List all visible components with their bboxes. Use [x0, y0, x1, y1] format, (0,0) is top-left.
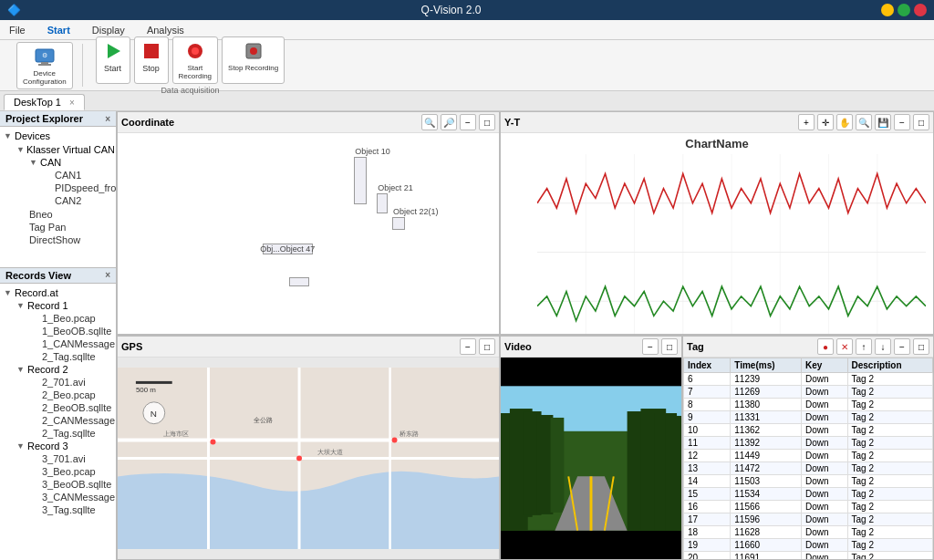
- table-row[interactable]: 20 11691 Down Tag 2: [684, 552, 933, 560]
- tree-r3-file2[interactable]: 3_Beo.pcap: [40, 465, 114, 478]
- tree-klasser-label[interactable]: ▼ Klasser Virtual CAN Driver: [15, 143, 114, 156]
- tree-can1[interactable]: CAN1: [53, 169, 114, 181]
- tag-remove[interactable]: ✕: [836, 338, 853, 355]
- coord-obj-small[interactable]: [289, 277, 309, 286]
- table-row[interactable]: 15 11534 Down Tag 2: [684, 488, 933, 501]
- obj10-label: Object 10: [355, 147, 390, 156]
- coord-obj10[interactable]: Object 10: [354, 157, 367, 204]
- yt-cursor[interactable]: ✛: [817, 114, 834, 130]
- yt-max[interactable]: □: [913, 114, 929, 130]
- tree-bneo[interactable]: Bneo: [27, 208, 114, 221]
- table-row[interactable]: 8 11380 Down Tag 2: [684, 399, 933, 411]
- video-min[interactable]: −: [642, 338, 659, 355]
- tree-record2[interactable]: ▼ Record 2: [15, 363, 114, 376]
- gps-content[interactable]: 上海市区 大坝大道 桥东路 全公路 500 m: [118, 358, 499, 559]
- tab-desktop1[interactable]: DeskTop 1 ×: [4, 94, 85, 110]
- coord-obj22[interactable]: Object 22(1): [392, 217, 405, 230]
- tag-content[interactable]: Index Time(ms) Key Description 6 11239 D…: [683, 358, 933, 559]
- coordinate-max[interactable]: □: [479, 114, 495, 130]
- data-acquisition-label: Data acquisition: [161, 86, 219, 95]
- table-row[interactable]: 11 11392 Down Tag 2: [684, 437, 933, 450]
- table-row[interactable]: 13 11472 Down Tag 2: [684, 462, 933, 475]
- map-container[interactable]: 上海市区 大坝大道 桥东路 全公路 500 m: [118, 358, 499, 559]
- device-config-button[interactable]: ⚙ DeviceConfiguration: [16, 42, 73, 89]
- table-row[interactable]: 19 11660 Down Tag 2: [684, 539, 933, 552]
- records-view-close[interactable]: ×: [105, 270, 110, 280]
- table-row[interactable]: 16 11566 Down Tag 2: [684, 501, 933, 513]
- menu-start[interactable]: Start: [42, 23, 76, 37]
- coordinate-min[interactable]: −: [460, 114, 476, 130]
- yt-save[interactable]: 💾: [875, 114, 891, 130]
- tree-tagpan[interactable]: Tag Pan: [27, 221, 114, 233]
- tree-r2-file3[interactable]: 2_BeoOB.sqllte: [40, 401, 114, 414]
- gps-max[interactable]: □: [479, 338, 495, 355]
- tree-can-label[interactable]: ▼ CAN: [27, 156, 114, 169]
- device-config-icon: ⚙: [34, 46, 56, 67]
- tree-record-root-label[interactable]: ▼ Record.at: [2, 286, 114, 299]
- stop-button[interactable]: Stop: [134, 36, 169, 84]
- cell-index: 14: [684, 475, 731, 488]
- tree-r1-file3[interactable]: 1_CANMessage.asc: [40, 337, 114, 350]
- gps-panel: GPS − □: [117, 336, 500, 560]
- coordinate-zoom-out[interactable]: 🔎: [441, 114, 457, 130]
- tag-max[interactable]: □: [913, 338, 929, 355]
- tree-r1-file4[interactable]: 2_Tag.sqllte: [40, 350, 114, 363]
- menu-display[interactable]: Display: [87, 23, 130, 37]
- tag-up[interactable]: ↑: [856, 338, 872, 355]
- menu-analysis[interactable]: Analysis: [141, 23, 190, 37]
- start-button[interactable]: Start: [96, 36, 130, 84]
- tree-r2-file1[interactable]: 2_701.avi: [40, 376, 114, 389]
- yt-zoom[interactable]: 🔍: [856, 114, 872, 130]
- tag-panel: Tag ● ✕ ↑ ↓ − □ Index Time(ms): [682, 336, 934, 560]
- table-row[interactable]: 10 11362 Down Tag 2: [684, 424, 933, 437]
- coordinate-zoom-in[interactable]: 🔍: [421, 114, 438, 130]
- minimize-button[interactable]: [881, 4, 894, 16]
- menu-file[interactable]: File: [4, 23, 31, 37]
- cell-description: Tag 2: [847, 539, 932, 552]
- svg-point-52: [211, 440, 216, 445]
- table-row[interactable]: 12 11449 Down Tag 2: [684, 450, 933, 462]
- tree-r2-file5[interactable]: 2_Tag.sqllte: [40, 427, 114, 440]
- maximize-button[interactable]: [898, 4, 910, 16]
- close-button[interactable]: [914, 4, 927, 16]
- gps-min[interactable]: −: [460, 338, 476, 355]
- yt-hand[interactable]: ✋: [836, 114, 853, 130]
- coord-obj21[interactable]: Object 21: [377, 193, 388, 213]
- cell-time: 11628: [731, 526, 802, 539]
- tree-pidspeed[interactable]: PIDspeed_from_V01_02..: [53, 181, 114, 194]
- yt-min[interactable]: −: [894, 114, 910, 130]
- tree-r3-file5[interactable]: 3_Tag.sqllte: [40, 503, 114, 516]
- table-row[interactable]: 18 11628 Down Tag 2: [684, 526, 933, 539]
- tree-directshow[interactable]: DirectShow: [27, 233, 114, 246]
- svg-text:全公路: 全公路: [254, 417, 273, 423]
- table-row[interactable]: 14 11503 Down Tag 2: [684, 475, 933, 488]
- tree-record1[interactable]: ▼ Record 1: [15, 299, 114, 312]
- table-row[interactable]: 7 11269 Down Tag 2: [684, 386, 933, 399]
- yt-add[interactable]: +: [798, 114, 815, 130]
- cell-index: 13: [684, 462, 731, 475]
- tree-devices-label[interactable]: ▼ Devices: [2, 130, 114, 142]
- tree-r3-file3[interactable]: 3_BeoOB.sqllte: [40, 478, 114, 491]
- table-row[interactable]: 17 11596 Down Tag 2: [684, 513, 933, 526]
- video-max[interactable]: □: [661, 338, 678, 355]
- table-row[interactable]: 6 11239 Down Tag 2: [684, 373, 933, 386]
- tree-r3-file1[interactable]: 3_701.avi: [40, 452, 114, 465]
- col-index: Index: [684, 358, 731, 373]
- tag-add[interactable]: ●: [817, 338, 834, 355]
- tag-down[interactable]: ↓: [875, 338, 891, 355]
- project-explorer-close[interactable]: ×: [105, 114, 110, 124]
- start-recording-button[interactable]: StartRecording: [172, 36, 218, 84]
- tree-can2[interactable]: CAN2: [53, 194, 114, 207]
- coord-obj47[interactable]: Obj...Object 47: [263, 244, 313, 254]
- tab-close-button[interactable]: ×: [69, 98, 75, 108]
- tag-min[interactable]: −: [894, 338, 910, 355]
- tree-r2-file2[interactable]: 2_Beo.pcap: [40, 389, 114, 401]
- table-row[interactable]: 9 11331 Down Tag 2: [684, 411, 933, 424]
- tree-r1-file2[interactable]: 1_BeoOB.sqllte: [40, 325, 114, 337]
- tree-r1-file1[interactable]: 1_Beo.pcap: [40, 312, 114, 325]
- tree-r2-file4[interactable]: 2_CANMessage.asc: [40, 414, 114, 427]
- obj47-label: Obj...Object 47: [260, 244, 315, 254]
- tree-record3[interactable]: ▼ Record 3: [15, 440, 114, 452]
- tree-r3-file4[interactable]: 3_CANMessage.asc: [40, 491, 114, 503]
- stop-recording-button[interactable]: Stop Recording: [222, 36, 285, 84]
